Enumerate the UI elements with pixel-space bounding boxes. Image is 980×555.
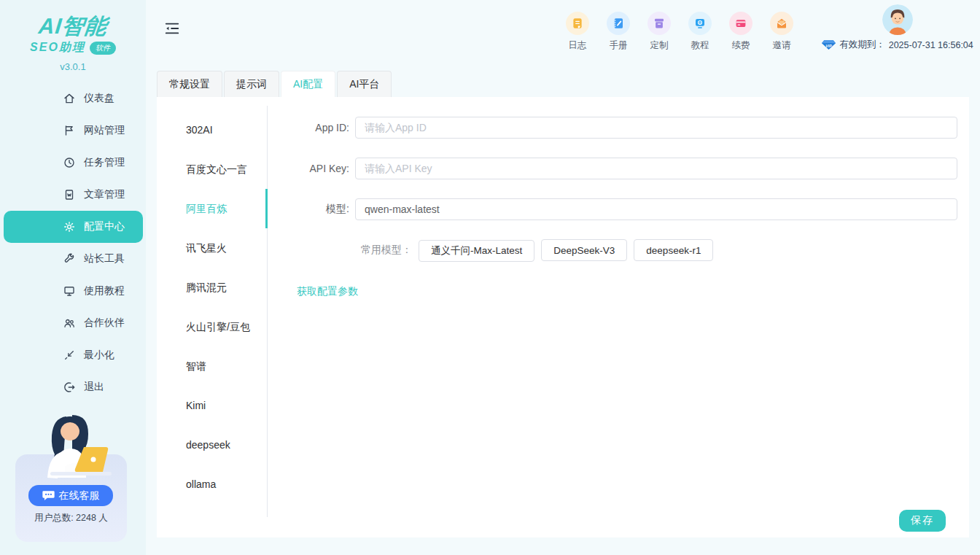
- common-models-row: 常用模型： 通义千问-Max-LatestDeepSeek-V3deepseek…: [268, 239, 957, 262]
- provider-item-7[interactable]: Kimi: [157, 386, 268, 425]
- provider-item-4[interactable]: 腾讯混元: [157, 268, 268, 307]
- common-model-button-1[interactable]: DeepSeek-V3: [541, 239, 627, 261]
- sidebar-item-gear[interactable]: 配置中心: [4, 211, 143, 243]
- logo-subtitle: SEO助理: [30, 40, 85, 55]
- support-agent-illustration: [21, 411, 123, 489]
- sidebar-item-wrench[interactable]: 站长工具: [0, 243, 146, 275]
- quick-link-log-note[interactable]: 日志: [564, 12, 591, 52]
- quick-link-label: 教程: [691, 39, 709, 52]
- model-label: 模型:: [268, 203, 355, 216]
- sidebar-item-partners[interactable]: 合作伙伴: [0, 307, 146, 339]
- provider-item-9[interactable]: ollama: [157, 465, 268, 504]
- quick-link-custom-box[interactable]: 定制: [646, 12, 672, 52]
- monitor-icon: [63, 284, 76, 298]
- sidebar-item-label: 最小化: [84, 349, 114, 362]
- sidebar-item-clock[interactable]: 任务管理: [0, 147, 146, 179]
- sidebar-nav: 仪表盘网站管理任务管理文章管理配置中心站长工具使用教程合作伙伴最小化退出: [0, 82, 146, 403]
- logout-icon: [63, 381, 76, 394]
- common-models-buttons: 通义千问-Max-LatestDeepSeek-V3deepseek-r1: [412, 239, 713, 262]
- quick-link-label: 手册: [610, 39, 628, 52]
- quick-link-label: 定制: [650, 39, 669, 52]
- chat-bubble-icon: [42, 490, 55, 501]
- api-key-input[interactable]: [355, 158, 957, 179]
- svg-text:VIP: VIP: [826, 44, 833, 48]
- provider-item-3[interactable]: 讯飞星火: [157, 228, 268, 268]
- sidebar-item-logout[interactable]: 退出: [0, 371, 146, 403]
- header-quick-links: 日志手册定制教程续费邀请: [564, 12, 795, 52]
- sidebar-item-label: 站长工具: [84, 252, 125, 265]
- common-models-label: 常用模型：: [361, 244, 412, 257]
- sidebar-item-label: 任务管理: [84, 156, 125, 169]
- quick-link-label: 邀请: [773, 39, 791, 52]
- settings-content: 常规设置提示词AI配置AI平台 302AI百度文心一言阿里百炼讯飞星火腾讯混元火…: [157, 71, 969, 537]
- online-service-label: 在线客服: [59, 489, 100, 502]
- sidebar-item-label: 文章管理: [84, 188, 125, 201]
- common-model-button-2[interactable]: deepseek-r1: [634, 239, 713, 261]
- app-version: v3.0.1: [0, 61, 146, 72]
- quick-link-renew-card[interactable]: 续费: [728, 12, 754, 52]
- tab-3[interactable]: AI平台: [337, 71, 392, 97]
- app-logo: AI智能 SEO助理 软件 v3.0.1: [0, 0, 146, 72]
- sidebar-item-document[interactable]: 文章管理: [0, 179, 146, 211]
- logo-title: AI智能: [37, 12, 109, 42]
- user-total-count: 用户总数: 2248 人: [15, 512, 127, 524]
- sidebar-item-label: 使用教程: [84, 284, 125, 298]
- logo-badge: 软件: [90, 42, 116, 55]
- clock-icon: [63, 156, 76, 169]
- tab-0[interactable]: 常规设置: [157, 71, 222, 97]
- sidebar-item-home[interactable]: 仪表盘: [0, 82, 146, 115]
- quick-link-label: 续费: [732, 39, 750, 52]
- flag-icon: [63, 124, 76, 137]
- vip-diamond-icon: VIP: [822, 39, 836, 50]
- account-area: VIP 有效期到： 2025-07-31 16:56:04: [820, 4, 975, 51]
- customer-service-card: 在线客服 用户总数: 2248 人: [15, 454, 127, 542]
- provider-menu: 302AI百度文心一言阿里百炼讯飞星火腾讯混元火山引擎/豆包智谱Kimideep…: [157, 97, 268, 537]
- custom-box-icon: [648, 12, 671, 35]
- settings-tabs: 常规设置提示词AI配置AI平台: [157, 71, 969, 97]
- provider-item-6[interactable]: 智谱: [157, 346, 268, 386]
- vip-expiry-label: 有效期到：: [839, 39, 885, 51]
- model-input[interactable]: [355, 198, 957, 220]
- online-service-button[interactable]: 在线客服: [28, 485, 113, 506]
- app-id-input[interactable]: [355, 117, 957, 139]
- tab-2[interactable]: AI配置: [281, 71, 335, 97]
- tutorial-screen-icon: [688, 12, 712, 35]
- avatar[interactable]: [882, 4, 913, 35]
- ai-config-panel: 302AI百度文心一言阿里百炼讯飞星火腾讯混元火山引擎/豆包智谱Kimideep…: [157, 97, 969, 537]
- provider-item-5[interactable]: 火山引擎/豆包: [157, 307, 268, 346]
- sidebar-item-monitor[interactable]: 使用教程: [0, 275, 146, 307]
- vip-expiry: VIP 有效期到： 2025-07-31 16:56:04: [822, 39, 973, 51]
- quick-link-tutorial-screen[interactable]: 教程: [687, 12, 713, 52]
- minimize-icon: [63, 349, 76, 362]
- main-area: 日志手册定制教程续费邀请 VIP 有效期到： 2025-07-31 16:56:…: [146, 0, 980, 555]
- api-key-label: API Key:: [268, 163, 355, 174]
- sidebar-item-flag[interactable]: 网站管理: [0, 115, 146, 147]
- provider-item-0[interactable]: 302AI: [157, 110, 268, 150]
- wrench-icon: [63, 252, 76, 265]
- sidebar-item-label: 退出: [84, 381, 104, 394]
- quick-link-invite-mail[interactable]: 邀请: [769, 12, 795, 52]
- sidebar-item-label: 合作伙伴: [84, 317, 125, 330]
- sidebar-item-label: 网站管理: [84, 124, 125, 137]
- quick-link-manual-book[interactable]: 手册: [605, 12, 631, 52]
- renew-card-icon: [729, 12, 752, 35]
- sidebar-item-minimize[interactable]: 最小化: [0, 339, 146, 371]
- partners-icon: [63, 317, 76, 330]
- tab-1[interactable]: 提示词: [224, 71, 279, 97]
- provider-item-1[interactable]: 百度文心一言: [157, 150, 268, 189]
- common-model-button-0[interactable]: 通义千问-Max-Latest: [419, 240, 534, 262]
- provider-config-form: App ID: API Key: 模型: 常用模型： 通义千问-Max-Late…: [268, 97, 969, 537]
- gear-icon: [63, 220, 76, 233]
- invite-mail-icon: [770, 12, 793, 35]
- sidebar-item-label: 配置中心: [84, 220, 125, 233]
- get-config-params-link[interactable]: 获取配置参数: [297, 285, 358, 298]
- menu-fold-icon[interactable]: [164, 20, 180, 36]
- document-icon: [63, 188, 76, 201]
- home-icon: [63, 92, 76, 105]
- provider-item-8[interactable]: deepseek: [157, 425, 268, 465]
- save-button[interactable]: 保存: [899, 510, 946, 532]
- vip-expiry-value: 2025-07-31 16:56:04: [889, 40, 973, 50]
- quick-link-label: 日志: [569, 39, 587, 52]
- provider-item-2[interactable]: 阿里百炼: [157, 189, 268, 228]
- log-note-icon: [566, 12, 589, 35]
